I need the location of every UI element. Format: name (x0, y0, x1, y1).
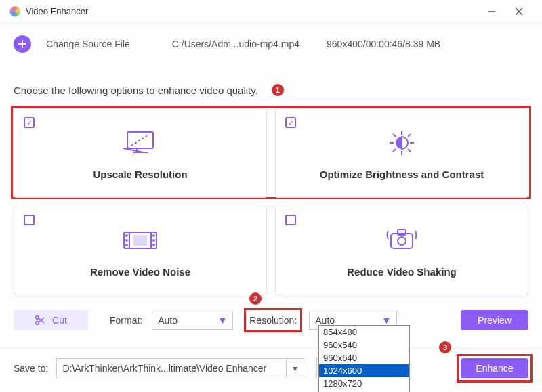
svg-point-27 (153, 244, 154, 246)
checkbox-noise[interactable] (24, 215, 35, 225)
brightness-icon (385, 127, 419, 159)
cut-label: Cut (52, 315, 67, 326)
resolution-dropdown[interactable]: 854x480960x540960x6401024x6001280x720192… (318, 325, 410, 392)
step-3-badge: 3 (439, 341, 451, 353)
app-logo-icon (9, 6, 20, 17)
step-1-badge: 1 (272, 84, 284, 96)
title-bar: Video Enhancer (0, 0, 542, 23)
svg-point-23 (126, 240, 127, 241)
svg-line-9 (131, 135, 149, 146)
source-meta: 960x400/00:00:46/8.39 MB (327, 39, 440, 49)
svg-line-34 (39, 318, 44, 323)
add-source-button[interactable] (14, 35, 31, 53)
upscale-icon (123, 127, 157, 159)
svg-point-25 (153, 235, 154, 236)
resolution-value: Auto (315, 315, 335, 326)
resolution-option[interactable]: 960x540 (319, 339, 409, 351)
svg-point-31 (398, 237, 406, 245)
save-path-value: D:\ArkThinker\ArkThink...ltimate\Video E… (62, 363, 266, 374)
enhance-options-grid: ✓ Upscale Resolution ✓ (14, 108, 528, 295)
minimize-button[interactable] (478, 2, 505, 21)
toolbar-row: Cut Format: Auto ▼ Resolution: Auto ▼ Pr… (14, 310, 528, 330)
shaking-icon (383, 224, 421, 257)
svg-line-15 (393, 134, 396, 137)
option-optimize-label: Optimize Brightness and Contrast (320, 169, 484, 180)
checkbox-upscale[interactable]: ✓ (24, 117, 35, 128)
option-shaking-label: Reduce Video Shaking (347, 266, 456, 278)
preview-label: Preview (478, 315, 512, 326)
resolution-option[interactable]: 1024x600 (319, 364, 409, 377)
format-select[interactable]: Auto ▼ (152, 311, 233, 330)
option-upscale-label: Upscale Resolution (93, 169, 187, 180)
save-row: Save to: D:\ArkThinker\ArkThink...ltimat… (0, 348, 542, 388)
svg-line-35 (39, 318, 44, 322)
save-path-input[interactable]: D:\ArkThinker\ArkThink...ltimate\Video E… (56, 358, 287, 378)
source-path: C:/Users/Adm...udio-mp4.mp4 (172, 39, 299, 49)
close-button[interactable] (505, 2, 533, 21)
chevron-down-icon: ▼ (381, 315, 391, 326)
enhance-button[interactable]: Enhance (461, 358, 528, 378)
checkbox-shaking[interactable] (285, 215, 296, 225)
svg-line-18 (393, 149, 396, 152)
resolution-option[interactable]: 854x480 (319, 326, 409, 339)
svg-point-22 (126, 235, 127, 236)
enhance-label: Enhance (476, 363, 513, 374)
resolution-option[interactable]: 960x640 (319, 351, 409, 364)
option-reduce-shaking[interactable]: Reduce Video Shaking (275, 206, 528, 295)
svg-line-16 (408, 149, 411, 152)
svg-point-24 (126, 244, 127, 246)
option-noise-label: Remove Video Noise (90, 266, 190, 278)
svg-rect-28 (133, 235, 147, 246)
noise-icon (121, 224, 159, 257)
svg-line-17 (408, 134, 411, 137)
resolution-label: Resolution: (249, 315, 297, 326)
source-row: Change Source File C:/Users/Adm...udio-m… (14, 35, 528, 53)
option-remove-noise[interactable]: Remove Video Noise (14, 206, 267, 295)
svg-point-26 (153, 240, 154, 241)
option-optimize-brightness[interactable]: ✓ Optimize Brightness and Contrast (275, 108, 528, 198)
svg-rect-29 (391, 234, 413, 248)
step-2-badge: 2 (249, 292, 262, 305)
chevron-down-icon: ▼ (217, 315, 227, 326)
scissors-icon (35, 315, 45, 326)
save-to-label: Save to: (14, 363, 48, 374)
save-path-dropdown-button[interactable]: ▾ (287, 358, 304, 378)
option-upscale-resolution[interactable]: ✓ Upscale Resolution (14, 108, 267, 198)
svg-rect-5 (127, 132, 153, 148)
format-label: Format: (110, 315, 142, 326)
checkbox-optimize[interactable]: ✓ (285, 117, 296, 128)
cut-button[interactable]: Cut (14, 310, 88, 330)
preview-button[interactable]: Preview (461, 310, 528, 330)
change-source-label[interactable]: Change Source File (46, 39, 130, 49)
format-value: Auto (158, 315, 178, 326)
resolution-option[interactable]: 1280x720 (319, 377, 409, 390)
instruction-text: Choose the following options to enhance … (14, 85, 258, 96)
window-title: Video Enhancer (26, 6, 88, 16)
